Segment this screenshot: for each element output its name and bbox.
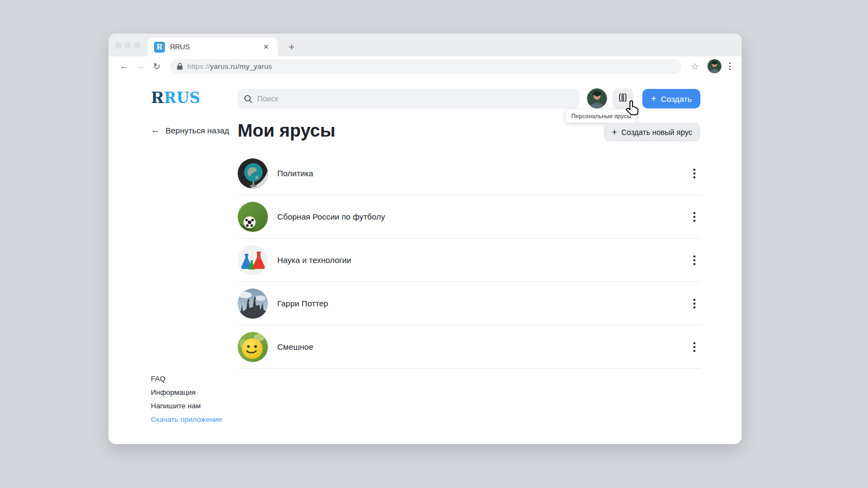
url-rest: yarus.ru/my_yarus xyxy=(210,62,272,70)
tab-close-icon[interactable]: ✕ xyxy=(261,42,271,52)
plus-icon: + xyxy=(612,127,617,137)
football-photo xyxy=(238,202,268,232)
create-new-tier-label: Создать новый ярус xyxy=(621,128,692,137)
personal-tiers-tooltip: Персональные ярусы xyxy=(566,110,636,123)
tab-bar: Я ЯRUS ✕ + xyxy=(108,34,742,56)
tiers-icon xyxy=(617,93,628,105)
plus-icon: + xyxy=(651,93,656,104)
tier-list: Политика Сборная России по футболу Наука… xyxy=(238,152,701,369)
back-link-label: Вернуться назад xyxy=(165,126,229,135)
address-bar[interactable]: https://yarus.ru/my_yarus xyxy=(170,59,681,74)
tier-row-science[interactable]: Наука и технологии xyxy=(238,239,701,282)
tier-row-politics[interactable]: Политика xyxy=(238,152,701,195)
page-title: Мои ярусы xyxy=(238,120,335,141)
yarus-favicon-icon: Я xyxy=(154,42,165,53)
create-button-label: Создать xyxy=(661,94,692,104)
browser-tab[interactable]: Я ЯRUS ✕ xyxy=(148,37,278,56)
tier-row-harry-potter[interactable]: Гарри Поттер xyxy=(238,282,701,325)
window-minimize-button[interactable] xyxy=(124,42,131,49)
tier-label: Гарри Поттер xyxy=(277,299,688,308)
lock-icon xyxy=(177,63,183,70)
footer-link-info[interactable]: Информация xyxy=(151,388,222,396)
url-text: https://yarus.ru/my_yarus xyxy=(187,62,272,70)
bookmark-star-icon[interactable]: ☆ xyxy=(691,61,699,72)
footer-link-faq[interactable]: FAQ xyxy=(151,375,222,383)
create-new-tier-button[interactable]: + Создать новый ярус xyxy=(604,123,700,142)
browser-window: Я ЯRUS ✕ + ← → ↻ https://yarus.ru/my_yar… xyxy=(108,34,742,444)
tier-label: Политика xyxy=(277,169,688,178)
tier-menu-kebab-icon[interactable] xyxy=(688,294,701,313)
personal-tiers-button[interactable] xyxy=(612,88,633,109)
smiley-photo xyxy=(238,332,268,362)
tier-row-funny[interactable]: Смешное xyxy=(238,325,701,369)
globe-photo xyxy=(238,158,268,189)
tab-title: ЯRUS xyxy=(170,43,261,51)
back-link[interactable]: ← Вернуться назад xyxy=(151,125,229,136)
window-maximize-button[interactable] xyxy=(133,42,141,49)
create-button[interactable]: + Создать xyxy=(642,89,700,108)
page-content: ЯRUS ← Вернуться назад Персональ xyxy=(108,76,742,444)
refresh-icon[interactable]: ↻ xyxy=(149,61,165,72)
search-input[interactable] xyxy=(257,94,573,103)
footer-link-contact[interactable]: Напишите нам xyxy=(151,402,222,410)
back-icon[interactable]: ← xyxy=(116,61,132,71)
yarus-logo[interactable]: ЯRUS xyxy=(151,89,200,106)
tier-menu-kebab-icon[interactable] xyxy=(688,251,701,269)
forward-icon: → xyxy=(132,61,149,71)
castle-photo xyxy=(238,288,268,319)
tier-label: Наука и технологии xyxy=(277,255,688,265)
search-bar[interactable] xyxy=(238,89,579,108)
browser-menu-icon[interactable] xyxy=(726,62,734,70)
flasks-photo xyxy=(238,245,268,275)
tier-menu-kebab-icon[interactable] xyxy=(688,208,701,226)
tier-row-football[interactable]: Сборная России по футболу xyxy=(238,195,701,239)
back-arrow-icon: ← xyxy=(151,125,160,136)
browser-profile-avatar[interactable] xyxy=(707,59,722,73)
search-icon xyxy=(244,95,252,103)
footer-links: FAQ Информация Напишите нам Скачать прил… xyxy=(151,375,222,423)
logo-part-blue: RUS xyxy=(164,89,200,106)
tier-label: Сборная России по футболу xyxy=(277,212,688,221)
window-close-button[interactable] xyxy=(115,42,122,49)
logo-part-dark: Я xyxy=(151,89,164,106)
tier-menu-kebab-icon[interactable] xyxy=(688,338,701,356)
user-avatar[interactable] xyxy=(587,88,607,108)
url-scheme: https:// xyxy=(187,62,210,70)
new-tab-button[interactable]: + xyxy=(285,41,298,53)
tier-label: Смешное xyxy=(277,342,688,351)
tier-menu-kebab-icon[interactable] xyxy=(688,164,701,183)
footer-link-download-app[interactable]: Скачать приложение xyxy=(151,415,222,423)
browser-toolbar: ← → ↻ https://yarus.ru/my_yarus ☆ xyxy=(108,56,742,76)
